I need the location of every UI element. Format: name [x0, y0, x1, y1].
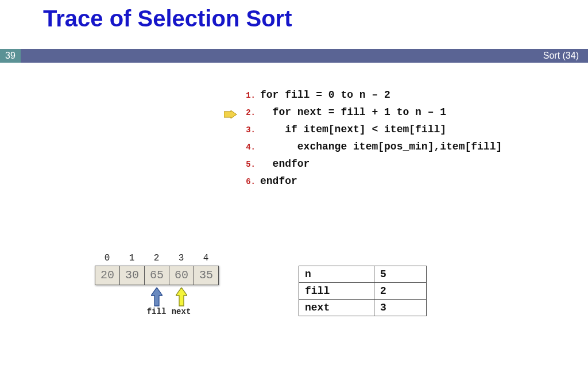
svg-marker-1: [151, 288, 163, 306]
svg-marker-0: [224, 110, 237, 118]
fill-pointer-arrow-icon: [151, 288, 163, 307]
current-line-marker-icon: [224, 110, 237, 118]
header-bar: [0, 49, 588, 63]
array-cell: 60: [169, 266, 194, 285]
fill-pointer-label: fill: [144, 307, 169, 316]
svg-marker-2: [176, 288, 187, 306]
var-name: fill: [299, 283, 374, 300]
array-index: 0: [95, 253, 119, 263]
code-line: 1.for fill = 0 to n – 2: [238, 89, 502, 106]
array-index: 4: [194, 253, 218, 263]
code-line-number: 3.: [238, 125, 256, 135]
code-line-text: exchange item[pos_min],item[fill]: [260, 141, 502, 152]
pointer-row: [95, 288, 219, 307]
code-line-text: endfor: [260, 175, 297, 187]
footer-label: Sort (34): [543, 49, 579, 63]
code-line: 3. if item[next] < item[fill]: [238, 124, 502, 141]
code-line: 6.endfor: [238, 175, 502, 193]
array-cell: 30: [120, 266, 145, 285]
code-line-number: 1.: [238, 91, 256, 100]
table-row: next 3: [299, 300, 427, 316]
code-line-number: 4.: [238, 143, 256, 152]
code-line: 4. exchange item[pos_min],item[fill]: [238, 141, 502, 158]
array-cell: 20: [95, 266, 120, 285]
var-value: 5: [374, 266, 427, 283]
pseudocode-block: 1.for fill = 0 to n – 2 2. for next = fi…: [238, 89, 502, 193]
slide-title: Trace of Selection Sort: [43, 6, 292, 32]
code-line-number: 6.: [238, 177, 256, 186]
code-line: 5. endfor: [238, 158, 502, 175]
var-name: n: [299, 266, 374, 283]
table-row: fill 2: [299, 283, 427, 300]
array-index: 3: [169, 253, 194, 263]
array-cells: 20 30 65 60 35: [95, 266, 219, 285]
next-pointer-arrow-icon: [176, 288, 187, 307]
array-cell: 35: [194, 266, 218, 285]
code-line-number: 5.: [238, 160, 256, 169]
var-name: next: [299, 300, 374, 316]
code-line: 2. for next = fill + 1 to n – 1: [238, 106, 502, 124]
next-pointer-label: next: [169, 307, 194, 316]
array-cell: 65: [145, 266, 169, 285]
var-value: 3: [374, 300, 427, 316]
array-index: 1: [119, 253, 144, 263]
code-line-text: for fill = 0 to n – 2: [260, 89, 390, 101]
array-visual: 0 1 2 3 4 20 30 65 60 35 fill next: [95, 253, 219, 316]
table-row: n 5: [299, 266, 427, 283]
code-line-number: 2.: [238, 108, 256, 117]
array-index: 2: [144, 253, 169, 263]
var-value: 2: [374, 283, 427, 300]
variables-table: n 5 fill 2 next 3: [299, 266, 427, 316]
pointer-label-row: fill next: [95, 307, 219, 316]
code-line-text: for next = fill + 1 to n – 1: [260, 106, 446, 118]
slide-number: 39: [0, 49, 21, 63]
code-line-text: endfor: [260, 158, 310, 170]
code-line-text: if item[next] < item[fill]: [260, 124, 446, 135]
array-index-row: 0 1 2 3 4: [95, 253, 219, 263]
